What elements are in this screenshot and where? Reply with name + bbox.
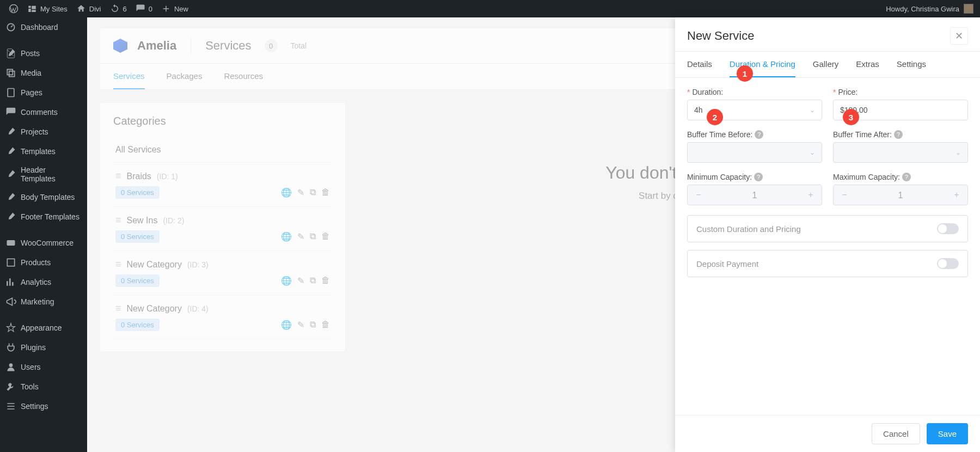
menu-plugins[interactable]: Plugins <box>0 338 87 357</box>
dtab-gallery[interactable]: Gallery <box>813 52 839 77</box>
svg-rect-2 <box>8 89 14 97</box>
menu-analytics[interactable]: Analytics <box>0 272 87 292</box>
site-name[interactable]: Divi <box>72 0 106 17</box>
wp-admin-sidebar: Dashboard Posts Media Pages Comments Pro… <box>0 17 87 452</box>
wp-admin-bar: My Sites Divi 6 0 New Howdy, Christina G… <box>0 0 980 17</box>
minus-button[interactable]: − <box>834 185 855 205</box>
menu-projects[interactable]: Projects <box>0 122 87 142</box>
buffer-after-select[interactable]: ⌄ <box>833 142 968 163</box>
min-capacity-stepper[interactable]: −1+ <box>687 185 822 205</box>
max-capacity-stepper[interactable]: −1+ <box>833 185 968 205</box>
help-icon[interactable]: ? <box>755 130 763 139</box>
annotation-1: 1 <box>737 65 753 82</box>
label-max-capacity: Maximum Capacity:? <box>833 173 968 181</box>
menu-pages[interactable]: Pages <box>0 83 87 102</box>
save-button[interactable]: Save <box>927 423 968 444</box>
wp-logo[interactable] <box>4 0 23 17</box>
updates[interactable]: 6 <box>106 0 131 17</box>
deposit-switch[interactable] <box>937 258 959 269</box>
label-buffer-after: Buffer Time After:? <box>833 130 968 139</box>
plus-button[interactable]: + <box>946 185 967 205</box>
howdy-user[interactable]: Howdy, Christina Gwira <box>886 4 976 14</box>
menu-products[interactable]: Products <box>0 253 87 272</box>
label-buffer-before: Buffer Time Before:? <box>687 130 822 139</box>
menu-appearance[interactable]: Appearance <box>0 318 87 338</box>
chevron-down-icon: ⌄ <box>810 106 815 114</box>
my-sites[interactable]: My Sites <box>23 0 72 17</box>
menu-media[interactable]: Media <box>0 63 87 83</box>
deposit-toggle-row: Deposit Payment <box>687 250 968 277</box>
menu-users[interactable]: Users <box>0 357 87 377</box>
menu-marketing[interactable]: Marketing <box>0 292 87 311</box>
menu-templates[interactable]: Templates <box>0 142 87 161</box>
label-duration: *Duration: <box>687 88 822 96</box>
menu-comments[interactable]: Comments <box>0 102 87 122</box>
menu-body-templates[interactable]: Body Templates <box>0 187 87 207</box>
custom-duration-toggle-row: Custom Duration and Pricing <box>687 215 968 242</box>
buffer-before-select[interactable]: ⌄ <box>687 142 822 163</box>
svg-point-5 <box>9 363 13 367</box>
dtab-settings[interactable]: Settings <box>897 52 926 77</box>
cancel-button[interactable]: Cancel <box>872 423 920 444</box>
svg-rect-4 <box>7 259 14 266</box>
drawer-tabs: Details Duration & Pricing Gallery Extra… <box>675 51 980 78</box>
menu-woocommerce[interactable]: WooCommerce <box>0 233 87 253</box>
chevron-down-icon: ⌄ <box>810 149 815 156</box>
plus-button[interactable]: + <box>800 185 822 205</box>
menu-tools[interactable]: Tools <box>0 377 87 396</box>
dtab-details[interactable]: Details <box>687 52 712 77</box>
menu-posts[interactable]: Posts <box>0 44 87 63</box>
menu-settings[interactable]: Settings <box>0 396 87 416</box>
new-content[interactable]: New <box>157 0 193 17</box>
chevron-down-icon: ⌄ <box>955 149 961 156</box>
help-icon[interactable]: ? <box>754 173 763 181</box>
annotation-3: 3 <box>843 109 859 125</box>
svg-rect-3 <box>7 240 15 246</box>
close-icon[interactable]: ✕ <box>950 27 968 45</box>
custom-duration-switch[interactable] <box>937 223 959 234</box>
menu-footer-templates[interactable]: Footer Templates <box>0 207 87 227</box>
comments-count[interactable]: 0 <box>131 0 157 17</box>
annotation-2: 2 <box>707 109 723 125</box>
menu-dashboard[interactable]: Dashboard <box>0 17 87 37</box>
avatar <box>964 4 973 14</box>
help-icon[interactable]: ? <box>902 173 911 181</box>
label-min-capacity: Minimum Capacity:? <box>687 173 822 181</box>
help-icon[interactable]: ? <box>894 130 903 139</box>
minus-button[interactable]: − <box>688 185 709 205</box>
new-service-drawer: New Service ✕ Details Duration & Pricing… <box>675 17 980 452</box>
label-price: *Price: <box>833 88 968 96</box>
drawer-title: New Service <box>687 29 754 43</box>
menu-header-templates[interactable]: Header Templates <box>0 161 87 187</box>
dtab-extras[interactable]: Extras <box>856 52 879 77</box>
